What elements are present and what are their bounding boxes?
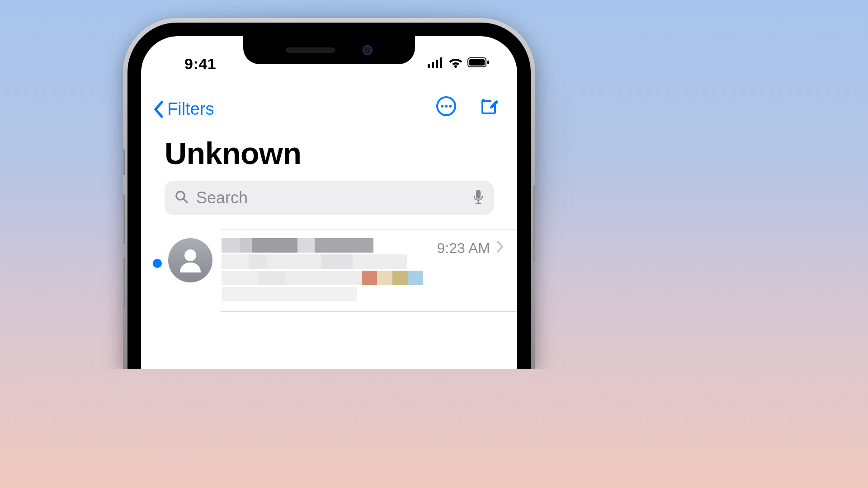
message-list: 9:23 AM xyxy=(141,230,517,312)
search-field[interactable] xyxy=(165,181,494,215)
svg-point-4 xyxy=(454,65,457,68)
person-icon xyxy=(176,245,204,275)
microphone-icon[interactable] xyxy=(473,189,484,207)
back-label: Filters xyxy=(167,99,214,119)
svg-point-17 xyxy=(184,249,196,261)
phone-frame: 9:41 Fil xyxy=(123,18,535,369)
list-separator xyxy=(221,311,517,312)
compose-icon xyxy=(478,96,499,118)
volume-up-button[interactable] xyxy=(123,194,125,244)
phone-screen: 9:41 Fil xyxy=(141,36,517,369)
message-row[interactable]: 9:23 AM xyxy=(141,230,517,311)
chevron-left-icon xyxy=(153,100,164,118)
message-meta: 9:23 AM xyxy=(437,240,504,257)
avatar xyxy=(168,238,212,282)
back-button[interactable]: Filters xyxy=(153,99,214,119)
search-icon xyxy=(175,190,189,206)
svg-rect-0 xyxy=(428,64,430,68)
chevron-right-icon xyxy=(496,240,504,257)
svg-rect-14 xyxy=(476,190,481,199)
message-time: 9:23 AM xyxy=(437,240,490,257)
svg-rect-2 xyxy=(436,60,438,68)
svg-rect-3 xyxy=(440,57,442,68)
status-indicators xyxy=(428,57,490,68)
page-title: Unknown xyxy=(165,136,301,171)
svg-line-13 xyxy=(184,199,187,202)
mute-switch[interactable] xyxy=(123,149,125,175)
cellular-icon xyxy=(428,57,444,68)
front-camera xyxy=(363,45,373,55)
status-time: 9:41 xyxy=(184,55,216,73)
power-button[interactable] xyxy=(533,185,535,262)
svg-point-10 xyxy=(445,105,448,108)
svg-rect-7 xyxy=(487,61,489,64)
message-body-redacted xyxy=(222,238,430,303)
nav-bar: Filters xyxy=(141,95,517,127)
status-bar: 9:41 xyxy=(141,55,517,73)
ellipsis-circle-icon xyxy=(436,96,457,118)
svg-rect-1 xyxy=(432,62,434,68)
svg-rect-6 xyxy=(469,59,485,66)
wifi-icon xyxy=(448,57,463,68)
more-button[interactable] xyxy=(436,97,457,117)
speaker-grille xyxy=(286,47,335,53)
svg-point-9 xyxy=(441,105,443,108)
svg-point-11 xyxy=(449,105,452,108)
compose-button[interactable] xyxy=(478,97,499,117)
volume-down-button[interactable] xyxy=(123,258,125,307)
search-input[interactable] xyxy=(195,188,467,208)
battery-icon xyxy=(467,57,490,68)
phone-bezel: 9:41 Fil xyxy=(127,23,531,369)
unread-dot xyxy=(153,259,162,268)
